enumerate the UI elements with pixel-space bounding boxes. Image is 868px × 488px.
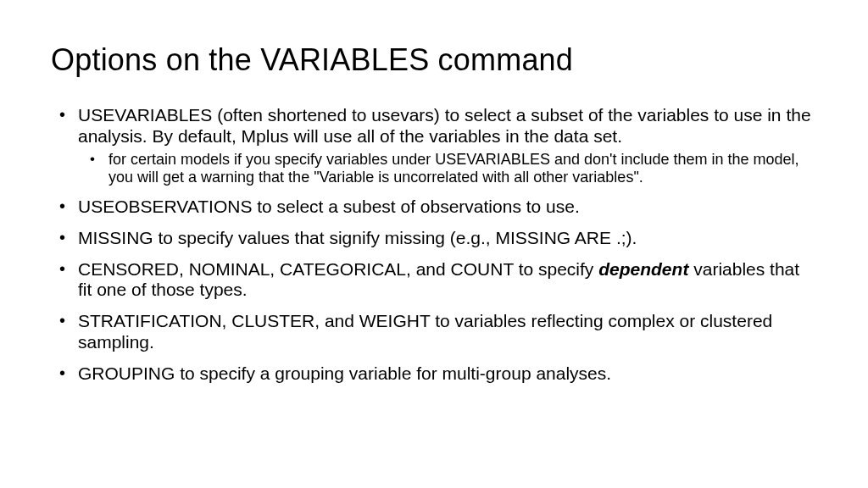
bullet-sampling: STRATIFICATION, CLUSTER, and WEIGHT to v… [75, 311, 817, 353]
bullet-text: STRATIFICATION, CLUSTER, and WEIGHT to v… [78, 311, 772, 352]
bullet-text: USEVARIABLES (often shortened to usevars… [78, 105, 811, 146]
slide-title: Options on the VARIABLES command [51, 42, 817, 78]
bullet-missing: MISSING to specify values that signify m… [75, 228, 817, 249]
bullet-text-pre: CENSORED, NOMINAL, CATEGORICAL, and COUN… [78, 259, 598, 279]
bullet-text-emph: dependent [598, 259, 688, 279]
bullet-vartypes: CENSORED, NOMINAL, CATEGORICAL, and COUN… [75, 259, 817, 302]
bullet-text: USEOBSERVATIONS to select a subest of ob… [78, 197, 580, 216]
sub-bullet-text: for certain models if you specify variab… [108, 151, 799, 186]
bullet-list: USEVARIABLES (often shortened to usevars… [51, 105, 817, 384]
bullet-text: GROUPING to specify a grouping variable … [78, 363, 611, 383]
bullet-useobservations: USEOBSERVATIONS to select a subest of ob… [75, 197, 817, 218]
sub-bullet-list: for certain models if you specify variab… [78, 151, 817, 186]
bullet-usevariables: USEVARIABLES (often shortened to usevars… [75, 105, 817, 186]
bullet-grouping: GROUPING to specify a grouping variable … [75, 363, 817, 385]
bullet-text: MISSING to specify values that signify m… [78, 228, 637, 247]
sub-bullet-warning: for certain models if you specify variab… [105, 151, 817, 186]
